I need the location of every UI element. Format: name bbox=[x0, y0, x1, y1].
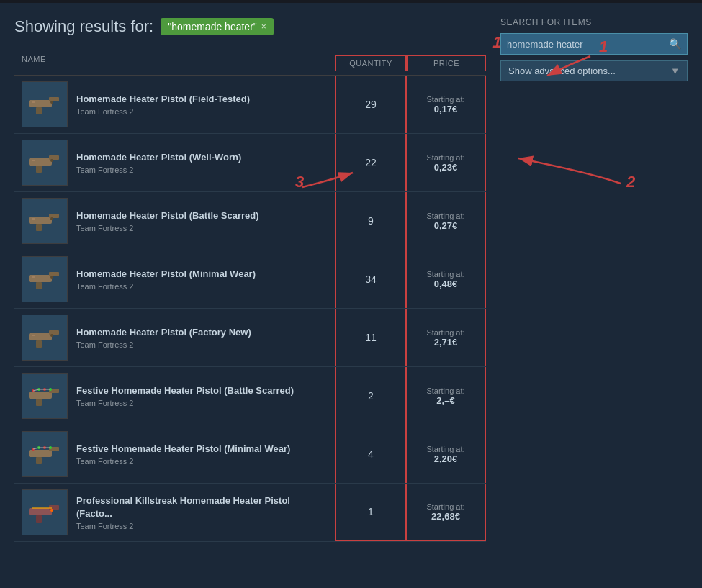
col-header-quantity: QUANTITY bbox=[335, 55, 407, 71]
svg-rect-37 bbox=[36, 457, 42, 464]
table-row[interactable]: Homemade Heater Pistol (Field-Tested) Te… bbox=[14, 76, 486, 134]
col-header-price: PRICE 1 bbox=[407, 55, 486, 71]
price-value: 2,20€ bbox=[434, 453, 458, 464]
svg-rect-11 bbox=[49, 214, 59, 218]
price-starting-label: Starting at: bbox=[426, 212, 464, 220]
table-row[interactable]: Homemade Heater Pistol (Well-Worn) Team … bbox=[14, 134, 486, 192]
price-starting-label: Starting at: bbox=[426, 270, 464, 279]
quantity-cell: 1 bbox=[335, 484, 407, 541]
annotation-1: 1 bbox=[492, 33, 502, 52]
chevron-down-icon: ▼ bbox=[670, 65, 680, 76]
quantity-cell: 29 bbox=[335, 76, 407, 133]
svg-rect-18 bbox=[32, 276, 35, 278]
search-icon[interactable]: 🔍 bbox=[663, 34, 687, 54]
advanced-options-button[interactable]: Show advanced options... ▼ bbox=[500, 60, 688, 81]
price-starting-label: Starting at: bbox=[426, 328, 464, 337]
item-name-text: Professional Killstreak Homemade Heater … bbox=[76, 494, 328, 530]
item-image bbox=[22, 81, 68, 127]
item-name-text: Homemade Heater Pistol (Battle Scarred) … bbox=[76, 209, 259, 232]
showing-results-label: Showing results for: bbox=[14, 17, 153, 36]
item-image bbox=[22, 315, 68, 361]
item-image bbox=[22, 198, 68, 244]
item-image bbox=[22, 256, 68, 302]
col-header-name: NAME bbox=[14, 55, 335, 71]
quantity-cell: 11 bbox=[335, 309, 407, 366]
price-value: 2,71€ bbox=[434, 337, 458, 348]
svg-point-49 bbox=[50, 509, 53, 512]
item-name-text: Homemade Heater Pistol (Factory New) Tea… bbox=[76, 326, 251, 349]
svg-rect-23 bbox=[32, 335, 35, 336]
price-cell: Starting at: 2,71€ bbox=[407, 309, 486, 366]
search-input-wrap: 🔍 bbox=[500, 33, 688, 55]
table-row[interactable]: Festive Homemade Heater Pistol (Minimal … bbox=[14, 425, 486, 484]
table-row[interactable]: Festive Homemade Heater Pistol (Battle S… bbox=[14, 367, 486, 425]
svg-rect-3 bbox=[32, 101, 35, 103]
item-subtitle: Team Fortress 2 bbox=[76, 340, 251, 349]
svg-rect-2 bbox=[36, 107, 42, 114]
svg-rect-1 bbox=[49, 97, 59, 101]
quantity-cell: 22 bbox=[335, 134, 407, 191]
svg-rect-16 bbox=[49, 272, 59, 276]
item-subtitle: Team Fortress 2 bbox=[76, 282, 256, 291]
item-name-cell: Homemade Heater Pistol (Well-Worn) Team … bbox=[14, 134, 335, 191]
svg-rect-7 bbox=[36, 166, 42, 173]
item-title: Festive Homemade Heater Pistol (Battle S… bbox=[76, 384, 294, 397]
search-tag-text: "homemade heater" bbox=[168, 21, 257, 32]
item-name-cell: Homemade Heater Pistol (Factory New) Tea… bbox=[14, 309, 335, 366]
svg-rect-10 bbox=[29, 217, 52, 224]
price-starting-label: Starting at: bbox=[426, 502, 464, 511]
svg-rect-15 bbox=[29, 275, 52, 282]
item-title: Festive Homemade Heater Pistol (Minimal … bbox=[76, 443, 290, 456]
table-row[interactable]: Homemade Heater Pistol (Battle Scarred) … bbox=[14, 192, 486, 250]
item-name-cell: Homemade Heater Pistol (Minimal Wear) Te… bbox=[14, 250, 335, 308]
table-rows: Homemade Heater Pistol (Field-Tested) Te… bbox=[14, 76, 486, 542]
price-value: 0,17€ bbox=[434, 104, 458, 114]
svg-rect-8 bbox=[32, 160, 35, 161]
item-subtitle: Team Fortress 2 bbox=[76, 522, 328, 530]
price-value: 0,23€ bbox=[434, 162, 458, 173]
results-header: Showing results for: "homemade heater" × bbox=[14, 17, 486, 36]
svg-point-4 bbox=[50, 101, 53, 104]
svg-rect-20 bbox=[29, 333, 52, 340]
item-name-text: Homemade Heater Pistol (Minimal Wear) Te… bbox=[76, 268, 256, 291]
item-name-cell: Homemade Heater Pistol (Field-Tested) Te… bbox=[14, 76, 335, 133]
item-name-cell: Homemade Heater Pistol (Battle Scarred) … bbox=[14, 192, 335, 250]
svg-rect-48 bbox=[32, 507, 52, 509]
svg-rect-35 bbox=[29, 450, 52, 457]
table-row[interactable]: Professional Killstreak Homemade Heater … bbox=[14, 484, 486, 542]
table-row[interactable]: Homemade Heater Pistol (Minimal Wear) Te… bbox=[14, 250, 486, 309]
table-header: NAME QUANTITY PRICE 1 bbox=[14, 50, 486, 76]
svg-rect-6 bbox=[49, 155, 59, 160]
price-cell: Starting at: 0,23€ bbox=[407, 134, 486, 191]
item-subtitle: Team Fortress 2 bbox=[76, 107, 250, 116]
price-cell: Starting at: 0,48€ bbox=[407, 250, 486, 308]
price-cell: Starting at: 22,68€ bbox=[407, 484, 486, 541]
search-input[interactable] bbox=[501, 35, 663, 54]
price-cell: Starting at: 2,20€ bbox=[407, 425, 486, 483]
svg-rect-21 bbox=[49, 330, 59, 335]
item-name-cell: Professional Killstreak Homemade Heater … bbox=[14, 484, 335, 541]
price-cell: Starting at: 2,–€ bbox=[407, 367, 486, 425]
price-starting-label: Starting at: bbox=[426, 445, 464, 453]
price-starting-label: Starting at: bbox=[426, 153, 464, 162]
sidebar: Search for Items 🔍 Show advanced options… bbox=[500, 17, 688, 542]
item-subtitle: Team Fortress 2 bbox=[76, 399, 294, 407]
item-name-cell: Festive Homemade Heater Pistol (Minimal … bbox=[14, 425, 335, 483]
item-image bbox=[22, 373, 68, 419]
svg-rect-0 bbox=[29, 100, 52, 107]
item-name-text: Homemade Heater Pistol (Field-Tested) Te… bbox=[76, 93, 250, 116]
svg-point-24 bbox=[50, 334, 53, 337]
quantity-cell: 34 bbox=[335, 250, 407, 308]
item-name-cell: Festive Homemade Heater Pistol (Battle S… bbox=[14, 367, 335, 425]
advanced-options-label: Show advanced options... bbox=[508, 65, 616, 76]
item-name-text: Festive Homemade Heater Pistol (Minimal … bbox=[76, 443, 290, 466]
price-starting-label: Starting at: bbox=[426, 95, 464, 104]
price-cell: Starting at: 0,17€ bbox=[407, 76, 486, 133]
item-subtitle: Team Fortress 2 bbox=[76, 457, 290, 466]
quantity-cell: 4 bbox=[335, 425, 407, 483]
svg-point-9 bbox=[50, 159, 53, 162]
item-title: Homemade Heater Pistol (Field-Tested) bbox=[76, 93, 250, 106]
search-tag-close-button[interactable]: × bbox=[261, 22, 266, 32]
search-tag[interactable]: "homemade heater" × bbox=[161, 18, 274, 35]
table-row[interactable]: Homemade Heater Pistol (Factory New) Tea… bbox=[14, 309, 486, 367]
